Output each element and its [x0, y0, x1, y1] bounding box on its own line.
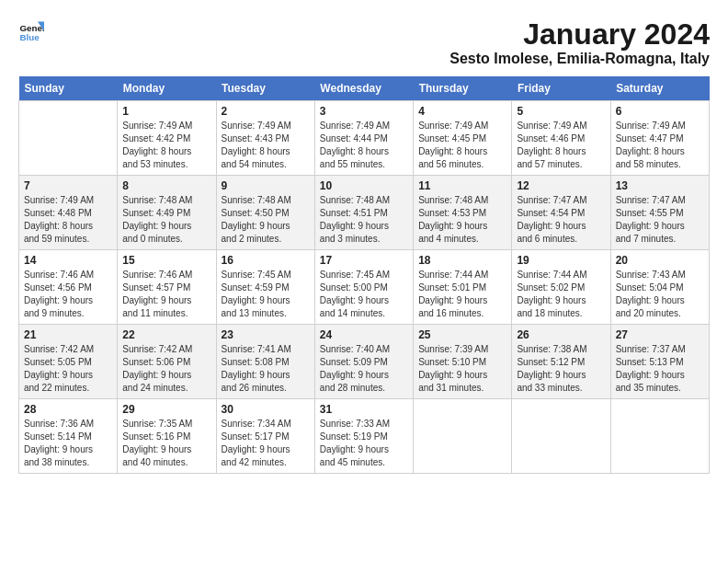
calendar-cell: 6Sunrise: 7:49 AM Sunset: 4:47 PM Daylig…	[610, 101, 709, 176]
svg-text:Blue: Blue	[19, 32, 40, 42]
day-number: 25	[418, 328, 506, 341]
calendar-cell: 8Sunrise: 7:48 AM Sunset: 4:49 PM Daylig…	[118, 176, 216, 250]
day-info: Sunrise: 7:34 AM Sunset: 5:17 PM Dayligh…	[222, 418, 310, 469]
day-number: 9	[222, 179, 310, 192]
calendar-header: SundayMondayTuesdayWednesdayThursdayFrid…	[19, 76, 710, 101]
day-number: 22	[122, 328, 210, 341]
calendar-cell: 1Sunrise: 7:49 AM Sunset: 4:42 PM Daylig…	[118, 101, 216, 176]
calendar-cell: 4Sunrise: 7:49 AM Sunset: 4:45 PM Daylig…	[414, 101, 512, 176]
day-info: Sunrise: 7:36 AM Sunset: 5:14 PM Dayligh…	[24, 418, 112, 469]
calendar-cell: 10Sunrise: 7:48 AM Sunset: 4:51 PM Dayli…	[314, 176, 413, 250]
day-info: Sunrise: 7:48 AM Sunset: 4:50 PM Dayligh…	[222, 194, 310, 246]
calendar-cell: 21Sunrise: 7:42 AM Sunset: 5:05 PM Dayli…	[19, 325, 118, 399]
title-block: January 2024 Sesto Imolese, Emilia-Romag…	[449, 18, 710, 67]
calendar-cell: 19Sunrise: 7:44 AM Sunset: 5:02 PM Dayli…	[512, 250, 610, 325]
day-info: Sunrise: 7:49 AM Sunset: 4:48 PM Dayligh…	[24, 194, 112, 246]
day-info: Sunrise: 7:44 AM Sunset: 5:01 PM Dayligh…	[418, 269, 506, 320]
calendar-cell: 3Sunrise: 7:49 AM Sunset: 4:44 PM Daylig…	[314, 101, 413, 176]
day-number: 14	[24, 254, 112, 267]
calendar-cell: 23Sunrise: 7:41 AM Sunset: 5:08 PM Dayli…	[216, 325, 314, 399]
day-number: 7	[24, 179, 112, 192]
calendar-cell: 31Sunrise: 7:33 AM Sunset: 5:19 PM Dayli…	[314, 399, 413, 474]
calendar-cell: 22Sunrise: 7:42 AM Sunset: 5:06 PM Dayli…	[118, 325, 216, 399]
day-info: Sunrise: 7:42 AM Sunset: 5:05 PM Dayligh…	[24, 343, 112, 395]
calendar-cell: 25Sunrise: 7:39 AM Sunset: 5:10 PM Dayli…	[414, 325, 512, 399]
page-subtitle: Sesto Imolese, Emilia-Romagna, Italy	[449, 51, 710, 67]
day-info: Sunrise: 7:39 AM Sunset: 5:10 PM Dayligh…	[418, 343, 506, 395]
day-info: Sunrise: 7:38 AM Sunset: 5:12 PM Dayligh…	[517, 343, 605, 395]
calendar-cell: 28Sunrise: 7:36 AM Sunset: 5:14 PM Dayli…	[19, 399, 118, 474]
calendar-cell: 17Sunrise: 7:45 AM Sunset: 5:00 PM Dayli…	[314, 250, 413, 325]
calendar-cell	[19, 101, 118, 176]
calendar-cell: 30Sunrise: 7:34 AM Sunset: 5:17 PM Dayli…	[216, 399, 314, 474]
day-number: 21	[24, 328, 112, 341]
day-number: 23	[222, 328, 310, 341]
day-info: Sunrise: 7:37 AM Sunset: 5:13 PM Dayligh…	[616, 343, 704, 395]
day-number: 17	[320, 254, 408, 267]
day-info: Sunrise: 7:45 AM Sunset: 5:00 PM Dayligh…	[320, 269, 408, 320]
calendar-week-1: 1Sunrise: 7:49 AM Sunset: 4:42 PM Daylig…	[19, 101, 710, 176]
day-number: 5	[517, 105, 605, 118]
column-header-tuesday: Tuesday	[216, 76, 314, 101]
page-title: January 2024	[449, 18, 710, 51]
logo-icon: General Blue	[18, 18, 44, 44]
day-info: Sunrise: 7:45 AM Sunset: 4:59 PM Dayligh…	[222, 269, 310, 320]
calendar-cell: 2Sunrise: 7:49 AM Sunset: 4:43 PM Daylig…	[216, 101, 314, 176]
logo: General Blue	[18, 18, 44, 44]
day-info: Sunrise: 7:48 AM Sunset: 4:51 PM Dayligh…	[320, 194, 408, 246]
day-info: Sunrise: 7:48 AM Sunset: 4:53 PM Dayligh…	[418, 194, 506, 246]
calendar-cell: 20Sunrise: 7:43 AM Sunset: 5:04 PM Dayli…	[610, 250, 709, 325]
calendar-table: SundayMondayTuesdayWednesdayThursdayFrid…	[18, 76, 710, 474]
day-number: 20	[616, 254, 704, 267]
calendar-week-4: 21Sunrise: 7:42 AM Sunset: 5:05 PM Dayli…	[19, 325, 710, 399]
calendar-week-3: 14Sunrise: 7:46 AM Sunset: 4:56 PM Dayli…	[19, 250, 710, 325]
column-header-thursday: Thursday	[414, 76, 512, 101]
calendar-cell	[610, 399, 709, 474]
day-info: Sunrise: 7:49 AM Sunset: 4:47 PM Dayligh…	[616, 120, 704, 171]
column-header-wednesday: Wednesday	[314, 76, 413, 101]
calendar-cell: 11Sunrise: 7:48 AM Sunset: 4:53 PM Dayli…	[414, 176, 512, 250]
calendar-cell	[414, 399, 512, 474]
calendar-body: 1Sunrise: 7:49 AM Sunset: 4:42 PM Daylig…	[19, 101, 710, 474]
day-number: 19	[517, 254, 605, 267]
day-number: 28	[24, 403, 112, 416]
day-info: Sunrise: 7:49 AM Sunset: 4:43 PM Dayligh…	[222, 120, 310, 171]
calendar-cell: 12Sunrise: 7:47 AM Sunset: 4:54 PM Dayli…	[512, 176, 610, 250]
day-number: 1	[122, 105, 210, 118]
day-info: Sunrise: 7:47 AM Sunset: 4:55 PM Dayligh…	[616, 194, 704, 246]
day-number: 8	[122, 179, 210, 192]
calendar-cell: 15Sunrise: 7:46 AM Sunset: 4:57 PM Dayli…	[118, 250, 216, 325]
day-number: 16	[222, 254, 310, 267]
day-number: 6	[616, 105, 704, 118]
day-number: 11	[418, 179, 506, 192]
calendar-cell: 13Sunrise: 7:47 AM Sunset: 4:55 PM Dayli…	[610, 176, 709, 250]
day-info: Sunrise: 7:46 AM Sunset: 4:57 PM Dayligh…	[122, 269, 210, 320]
calendar-cell: 7Sunrise: 7:49 AM Sunset: 4:48 PM Daylig…	[19, 176, 118, 250]
calendar-cell: 29Sunrise: 7:35 AM Sunset: 5:16 PM Dayli…	[118, 399, 216, 474]
day-number: 4	[418, 105, 506, 118]
calendar-week-5: 28Sunrise: 7:36 AM Sunset: 5:14 PM Dayli…	[19, 399, 710, 474]
day-number: 15	[122, 254, 210, 267]
calendar-cell: 14Sunrise: 7:46 AM Sunset: 4:56 PM Dayli…	[19, 250, 118, 325]
day-number: 12	[517, 179, 605, 192]
day-info: Sunrise: 7:40 AM Sunset: 5:09 PM Dayligh…	[320, 343, 408, 395]
day-info: Sunrise: 7:48 AM Sunset: 4:49 PM Dayligh…	[122, 194, 210, 246]
day-info: Sunrise: 7:49 AM Sunset: 4:44 PM Dayligh…	[320, 120, 408, 171]
page-header: General Blue January 2024 Sesto Imolese,…	[18, 18, 710, 67]
day-number: 13	[616, 179, 704, 192]
day-number: 10	[320, 179, 408, 192]
day-info: Sunrise: 7:42 AM Sunset: 5:06 PM Dayligh…	[122, 343, 210, 395]
calendar-week-2: 7Sunrise: 7:49 AM Sunset: 4:48 PM Daylig…	[19, 176, 710, 250]
calendar-cell: 9Sunrise: 7:48 AM Sunset: 4:50 PM Daylig…	[216, 176, 314, 250]
day-number: 2	[222, 105, 310, 118]
calendar-cell: 26Sunrise: 7:38 AM Sunset: 5:12 PM Dayli…	[512, 325, 610, 399]
calendar-cell: 5Sunrise: 7:49 AM Sunset: 4:46 PM Daylig…	[512, 101, 610, 176]
day-number: 27	[616, 328, 704, 341]
day-info: Sunrise: 7:49 AM Sunset: 4:42 PM Dayligh…	[122, 120, 210, 171]
day-number: 31	[320, 403, 408, 416]
day-number: 3	[320, 105, 408, 118]
day-info: Sunrise: 7:41 AM Sunset: 5:08 PM Dayligh…	[222, 343, 310, 395]
calendar-cell: 24Sunrise: 7:40 AM Sunset: 5:09 PM Dayli…	[314, 325, 413, 399]
calendar-cell: 18Sunrise: 7:44 AM Sunset: 5:01 PM Dayli…	[414, 250, 512, 325]
calendar-cell	[512, 399, 610, 474]
